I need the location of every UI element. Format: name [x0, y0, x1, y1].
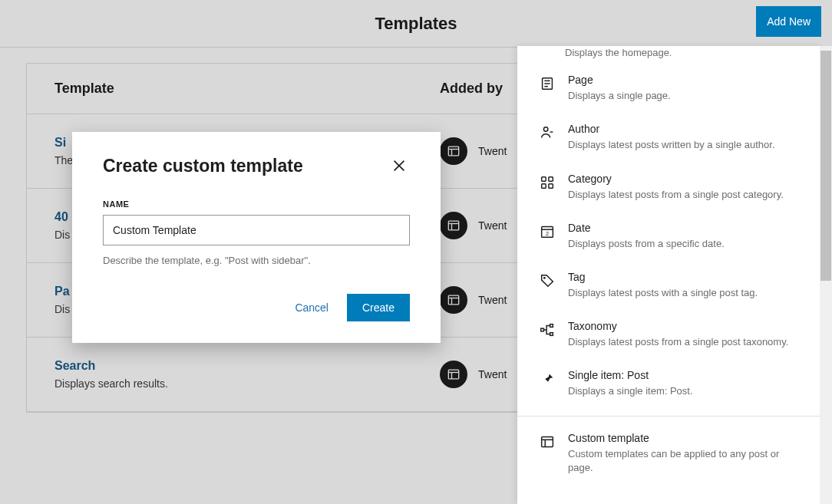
add-new-button[interactable]: Add New: [756, 6, 821, 37]
help-text: Describe the template, e.g. "Post with s…: [103, 255, 410, 266]
scrollbar-thumb[interactable]: [820, 51, 831, 281]
svg-rect-27: [550, 324, 553, 328]
date-icon: 2: [539, 223, 556, 251]
dd-desc: Displays a single item: Post.: [568, 384, 800, 398]
dropdown-item-author[interactable]: AuthorDisplays latest posts written by a…: [517, 114, 821, 163]
svg-point-25: [543, 277, 546, 279]
page-icon: [539, 75, 556, 103]
dd-title: Tag: [568, 271, 800, 283]
cancel-button[interactable]: Cancel: [282, 294, 341, 321]
svg-text:2: 2: [546, 229, 549, 236]
dd-title: Taxonomy: [568, 320, 800, 332]
dd-desc: Displays latest posts from a single post…: [568, 335, 800, 349]
dd-title: Page: [568, 74, 800, 86]
dd-title: Category: [568, 173, 800, 185]
dd-desc: Displays a single page.: [568, 89, 800, 103]
taxonomy-icon: [539, 321, 556, 349]
svg-rect-26: [541, 328, 544, 331]
dd-title: Custom template: [568, 432, 800, 444]
dd-desc: Custom templates can be applied to any p…: [568, 447, 800, 475]
dropdown-item-single-post[interactable]: Single item: PostDisplays a single item:…: [517, 360, 821, 409]
close-button[interactable]: [388, 155, 410, 176]
dd-title: Author: [568, 123, 800, 135]
close-icon: [391, 157, 408, 174]
dropdown-item-taxonomy[interactable]: TaxonomyDisplays latest posts from a sin…: [517, 311, 821, 360]
dd-desc: Displays latest posts from a single post…: [568, 188, 800, 202]
layout-icon: [539, 433, 556, 475]
svg-point-16: [543, 127, 548, 132]
create-template-modal: Create custom template Name Describe the…: [72, 132, 441, 343]
dropdown-peek: Displays the homepage.: [517, 46, 821, 64]
dropdown-item-custom[interactable]: Custom templateCustom templates can be a…: [517, 423, 821, 486]
svg-rect-19: [549, 176, 553, 181]
tag-icon: [539, 272, 556, 300]
category-icon: [539, 174, 556, 202]
dropdown-item-tag[interactable]: TagDisplays latest posts with a single p…: [517, 262, 821, 311]
dd-title: Date: [568, 222, 800, 234]
pin-icon: [539, 371, 556, 398]
dropdown-scrollbar[interactable]: ▴: [820, 46, 832, 504]
dd-desc: Displays latest posts written by a singl…: [568, 138, 800, 152]
dropdown-item-category[interactable]: CategoryDisplays latest posts from a sin…: [517, 163, 821, 212]
template-name-input[interactable]: [103, 215, 410, 245]
dropdown-item-page[interactable]: PageDisplays a single page.: [517, 64, 821, 114]
dd-title: Single item: Post: [568, 369, 800, 381]
create-button[interactable]: Create: [347, 294, 410, 321]
svg-rect-20: [542, 183, 546, 188]
author-icon: [539, 124, 556, 152]
template-type-dropdown: Displays the homepage. PageDisplays a si…: [517, 46, 821, 504]
dropdown-separator: [517, 416, 821, 417]
dd-desc: Displays latest posts with a single post…: [568, 286, 800, 300]
dropdown-item-date[interactable]: 2 DateDisplays posts from a specific dat…: [517, 212, 821, 262]
svg-rect-28: [550, 333, 553, 336]
dd-desc: Displays posts from a specific date.: [568, 237, 800, 251]
name-label: Name: [103, 199, 410, 209]
svg-rect-29: [542, 436, 553, 446]
svg-rect-21: [549, 183, 553, 188]
svg-rect-18: [542, 176, 546, 181]
modal-title: Create custom template: [103, 156, 303, 176]
